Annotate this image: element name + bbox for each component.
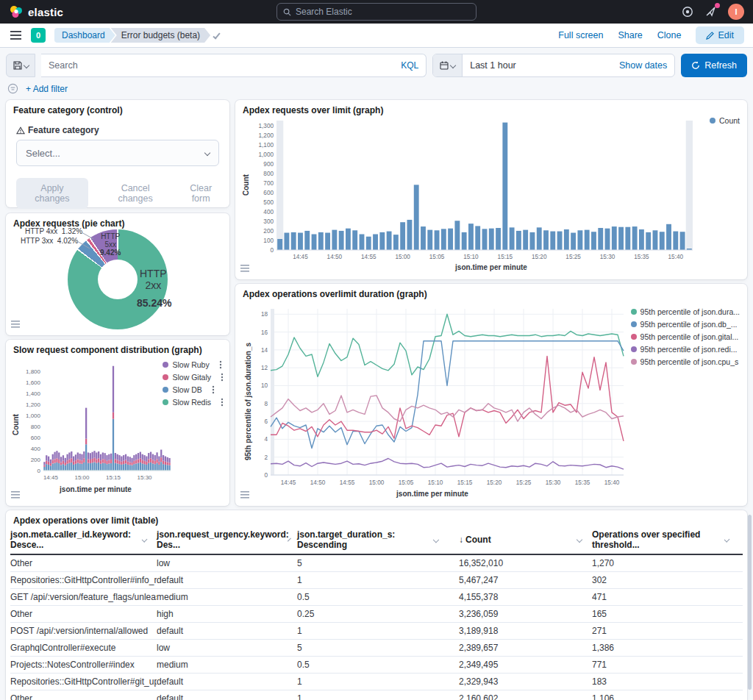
stacked-bar-segment[interactable]: [50, 460, 51, 463]
stacked-bar-segment[interactable]: [138, 453, 139, 459]
bar[interactable]: [577, 230, 582, 250]
legend-actions-icon[interactable]: [221, 398, 224, 407]
bar[interactable]: [304, 231, 310, 250]
stacked-bar-segment[interactable]: [140, 452, 141, 459]
bar[interactable]: [277, 239, 282, 250]
bar[interactable]: [400, 222, 405, 250]
kql-toggle[interactable]: KQL: [401, 60, 418, 71]
stacked-bar-segment[interactable]: [73, 465, 74, 470]
stacked-bar-segment[interactable]: [123, 464, 124, 470]
cancel-changes-button[interactable]: Cancel changes: [107, 183, 163, 204]
stacked-bar-segment[interactable]: [48, 465, 49, 470]
bar[interactable]: [448, 229, 453, 250]
stacked-bar-segment[interactable]: [71, 458, 72, 463]
stacked-bar-segment[interactable]: [113, 419, 114, 471]
bar[interactable]: [680, 232, 685, 250]
line-series[interactable]: [271, 396, 624, 421]
stacked-bar-segment[interactable]: [104, 460, 106, 463]
bar[interactable]: [646, 232, 651, 250]
stacked-bar-segment[interactable]: [165, 462, 166, 465]
stacked-bar-segment[interactable]: [90, 460, 91, 463]
stacked-bar-segment[interactable]: [125, 463, 126, 470]
stacked-bar-segment[interactable]: [138, 463, 139, 471]
legend-item[interactable]: 95th percentile of json.dura...: [631, 307, 740, 316]
legend-actions-icon[interactable]: [219, 360, 222, 369]
stacked-bar-segment[interactable]: [52, 463, 54, 470]
stacked-bar-segment[interactable]: [131, 463, 132, 465]
stacked-bar-segment[interactable]: [142, 463, 143, 470]
stacked-bar-segment[interactable]: [154, 464, 156, 470]
stacked-bar-segment[interactable]: [131, 465, 132, 471]
stacked-bar-segment[interactable]: [92, 452, 93, 459]
stacked-bar-segment[interactable]: [68, 452, 70, 459]
bar[interactable]: [284, 233, 289, 250]
bar[interactable]: [318, 232, 324, 250]
stacked-bar-segment[interactable]: [81, 460, 82, 464]
stacked-bar-segment[interactable]: [163, 455, 164, 461]
stacked-bar-segment[interactable]: [96, 452, 97, 459]
stacked-bar-segment[interactable]: [85, 444, 87, 470]
stacked-bar-segment[interactable]: [58, 463, 60, 470]
bar[interactable]: [639, 229, 644, 250]
stacked-bar-segment[interactable]: [88, 452, 89, 459]
stacked-bar-segment[interactable]: [113, 413, 114, 419]
stacked-bar-segment[interactable]: [129, 457, 131, 462]
stacked-bar-segment[interactable]: [158, 465, 160, 470]
stacked-bar-segment[interactable]: [110, 454, 112, 460]
filter-set-icon[interactable]: [7, 83, 18, 94]
global-search-input[interactable]: Search Elastic: [276, 3, 477, 21]
stacked-bar-segment[interactable]: [167, 457, 168, 463]
bar[interactable]: [591, 232, 596, 250]
stacked-bar-segment[interactable]: [71, 451, 72, 458]
stacked-bar-segment[interactable]: [142, 454, 143, 460]
stacked-bar-segment[interactable]: [127, 465, 129, 470]
stacked-bar-segment[interactable]: [63, 464, 64, 470]
clear-form-button[interactable]: Clear form: [182, 183, 219, 204]
stacked-bar-segment[interactable]: [168, 463, 170, 465]
stacked-bar-segment[interactable]: [50, 463, 51, 465]
bar[interactable]: [564, 229, 569, 250]
clone-link[interactable]: Clone: [657, 30, 682, 40]
stacked-bar-segment[interactable]: [100, 454, 101, 460]
stacked-bar-segment[interactable]: [135, 463, 137, 470]
stacked-bar-segment[interactable]: [88, 463, 89, 471]
page-scrollbar[interactable]: [748, 515, 752, 690]
stacked-bar-segment[interactable]: [143, 461, 145, 464]
stacked-bar-segment[interactable]: [121, 457, 122, 462]
stacked-bar-segment[interactable]: [81, 454, 82, 460]
stacked-bar-segment[interactable]: [58, 460, 60, 463]
stacked-bar-segment[interactable]: [75, 454, 76, 460]
bar[interactable]: [612, 226, 617, 250]
stacked-bar-segment[interactable]: [154, 461, 156, 464]
space-badge[interactable]: 0: [31, 28, 46, 43]
stacked-bar-segment[interactable]: [143, 455, 145, 461]
bar[interactable]: [360, 234, 365, 250]
stacked-bar-segment[interactable]: [52, 460, 54, 464]
stacked-bar-segment[interactable]: [90, 463, 91, 470]
stacked-bar-segment[interactable]: [146, 465, 147, 470]
stacked-bar-segment[interactable]: [58, 452, 60, 460]
menu-hamburger-icon[interactable]: [9, 29, 22, 42]
stacked-bar-segment[interactable]: [65, 463, 66, 465]
stacked-bar-segment[interactable]: [96, 459, 97, 463]
table-column-header[interactable]: json.meta.caller_id.keyword: Desce...: [10, 529, 157, 550]
bar[interactable]: [585, 230, 590, 250]
stacked-bar-segment[interactable]: [150, 458, 151, 463]
time-range-value[interactable]: Last 1 hour: [463, 60, 524, 71]
bar[interactable]: [414, 185, 419, 250]
stacked-bar-segment[interactable]: [133, 461, 135, 464]
stacked-bar-segment[interactable]: [54, 463, 55, 471]
apdex-requests-donut-chart[interactable]: [68, 229, 168, 329]
table-column-header[interactable]: ↓Count: [449, 529, 592, 550]
bar[interactable]: [489, 229, 494, 250]
stacked-bar-segment[interactable]: [63, 455, 64, 460]
add-filter-link[interactable]: + Add filter: [26, 84, 68, 94]
stacked-bar-segment[interactable]: [71, 463, 72, 470]
stacked-bar-segment[interactable]: [127, 457, 129, 462]
stacked-bar-segment[interactable]: [75, 464, 76, 471]
stacked-bar-segment[interactable]: [148, 453, 149, 459]
bar[interactable]: [496, 228, 501, 250]
stacked-bar-segment[interactable]: [43, 462, 45, 465]
stacked-bar-segment[interactable]: [96, 463, 97, 471]
bar[interactable]: [516, 231, 521, 250]
